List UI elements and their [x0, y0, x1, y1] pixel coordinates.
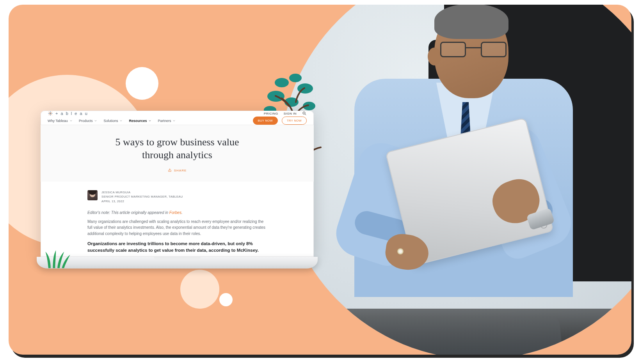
- nav-item-products[interactable]: Products: [79, 119, 98, 123]
- nav-links: Why TableauProductsSolutionsResourcesPar…: [48, 119, 176, 123]
- chevron-down-icon: [148, 119, 151, 122]
- nav-item-solutions[interactable]: Solutions: [103, 119, 123, 123]
- brand-logo[interactable]: + a b l e a u: [48, 111, 88, 116]
- article-body: JESSICA MURGUIA SENIOR PRODUCT MARKETING…: [41, 182, 314, 257]
- share-icon: [168, 168, 172, 172]
- svg-point-0: [275, 78, 289, 87]
- buy-now-button[interactable]: BUY NOW: [253, 117, 278, 125]
- author-role: SENIOR PRODUCT MARKETING MANAGER, TABLEA…: [101, 194, 183, 199]
- nav-item-partners[interactable]: Partners: [158, 119, 176, 123]
- promo-card: + a b l e a u PRICING SIGN IN Why Tablea…: [9, 5, 631, 355]
- tableau-mark-icon: [48, 111, 53, 116]
- brand-name: + a b l e a u: [55, 111, 88, 116]
- search-icon[interactable]: [302, 111, 307, 116]
- editors-note: Editor's note: This article originally a…: [87, 210, 267, 215]
- svg-point-9: [303, 112, 305, 114]
- try-now-button[interactable]: TRY NOW: [282, 117, 307, 125]
- chevron-down-icon: [119, 119, 123, 122]
- chevron-down-icon: [69, 119, 73, 122]
- hero-photo: [280, 5, 631, 355]
- nav-item-why-tableau[interactable]: Why Tableau: [48, 119, 73, 123]
- forbes-link[interactable]: Forbes: [169, 210, 181, 215]
- chevron-down-icon: [172, 119, 176, 122]
- laptop-base: [37, 257, 318, 269]
- publish-date: APRIL 13, 2022: [101, 199, 183, 203]
- deco-circle: [126, 67, 158, 100]
- main-nav: Why TableauProductsSolutionsResourcesPar…: [41, 117, 314, 125]
- share-button[interactable]: SHARE: [168, 168, 187, 172]
- author-avatar: [87, 190, 98, 200]
- svg-point-1: [289, 74, 302, 82]
- signin-link[interactable]: SIGN IN: [284, 112, 297, 115]
- hero-section: 5 ways to grow business value through an…: [41, 125, 314, 182]
- byline: JESSICA MURGUIA SENIOR PRODUCT MARKETING…: [87, 190, 267, 203]
- author-name: JESSICA MURGUIA: [101, 190, 183, 194]
- grass-icon: [44, 249, 71, 268]
- intro-paragraph: Many organizations are challenged with s…: [87, 219, 267, 237]
- chevron-down-icon: [94, 119, 97, 122]
- top-bar: + a b l e a u PRICING SIGN IN: [41, 111, 314, 117]
- pricing-link[interactable]: PRICING: [264, 112, 278, 115]
- pull-quote: Organizations are investing trillions to…: [87, 240, 267, 253]
- deco-circle: [180, 270, 219, 309]
- deco-circle: [219, 293, 233, 306]
- article-title: 5 ways to grow business value through an…: [56, 136, 298, 161]
- laptop-mock: + a b l e a u PRICING SIGN IN Why Tablea…: [37, 111, 318, 269]
- nav-item-resources[interactable]: Resources: [129, 119, 151, 123]
